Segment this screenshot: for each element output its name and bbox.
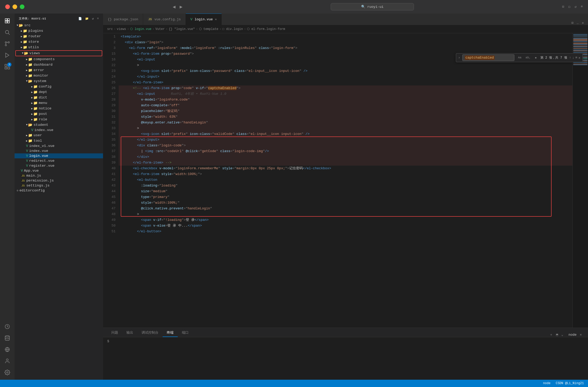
tree-item[interactable]: ▶ 📁 utils — [15, 45, 103, 50]
tree-item[interactable]: ▶ 📁 menu — [15, 100, 103, 106]
search-close-icon[interactable]: ✕ — [578, 56, 580, 60]
tab-close-icon[interactable]: ✕ — [215, 17, 217, 21]
nav-forward-icon[interactable]: ▶ — [180, 4, 183, 10]
tree-item[interactable]: JS permission.js — [15, 178, 103, 183]
breadcrumb-divlogin[interactable]: □ div.login — [222, 27, 243, 31]
close-button[interactable] — [5, 4, 10, 9]
tree-item[interactable]: ▶ 📁 config — [15, 84, 103, 89]
config-label: config — [39, 85, 52, 89]
panel-tab-output[interactable]: 输出 — [122, 329, 137, 337]
line-num-48: 48 — [103, 211, 116, 217]
search-expand-icon[interactable]: › — [458, 56, 460, 60]
sidebar-item-router[interactable]: ▶ 📁 router — [15, 34, 103, 39]
tree-item[interactable]: ▼ 📂 system — [15, 78, 103, 84]
search-prev-icon[interactable]: ↑ — [569, 56, 571, 60]
close-panel-icon[interactable]: ✕ — [582, 21, 584, 25]
regex-btn[interactable]: ✱ — [533, 55, 538, 60]
minimize-button[interactable] — [12, 4, 17, 9]
tree-item[interactable]: V App.vue — [15, 168, 103, 173]
tree-item[interactable]: ⚙ editorconfig — [15, 188, 103, 193]
search-activity-icon[interactable] — [2, 27, 12, 38]
tree-item[interactable]: ▶ 📁 post — [15, 111, 103, 117]
breadcrumb-login[interactable]: ⬡ login.vue — [130, 27, 151, 31]
account-icon[interactable] — [2, 356, 12, 366]
panel-tab-debug[interactable]: 调试控制台 — [137, 329, 163, 337]
tree-item[interactable]: ▼ 📂 src — [15, 23, 103, 28]
breadcrumb-vuter[interactable]: Vuter — [155, 27, 165, 31]
title-search[interactable]: 🔍 ruoyi-ui — [331, 3, 414, 10]
tab-vue-config[interactable]: JS vue.config.js — [143, 14, 186, 25]
tree-item[interactable]: JS settings.js — [15, 183, 103, 188]
extensions-icon[interactable]: 3 — [2, 61, 12, 72]
breadcrumb-template[interactable]: ⬡ template — [199, 27, 219, 31]
settings-icon[interactable] — [2, 367, 12, 378]
panel-close-icon[interactable]: ✕ — [580, 333, 582, 337]
code-editor[interactable]: 1 2 3 15 16 22 23 24 25 26 27 28 29 30 — [103, 33, 572, 328]
breadcrumb-sep-3: › — [152, 27, 154, 31]
tab-package-json[interactable]: {} package.json — [103, 14, 143, 25]
tool-label: tool — [34, 139, 42, 143]
panel-content[interactable]: $ — [103, 337, 588, 380]
tool-folder-icon: 📁 — [28, 139, 33, 143]
clock-icon[interactable] — [2, 321, 12, 332]
panel-more-icon[interactable]: ⌄ — [561, 333, 563, 337]
panel-tab-ports[interactable]: 端口 — [178, 329, 193, 337]
run-icon[interactable] — [2, 50, 12, 60]
layout-icon[interactable]: ◻ — [568, 5, 571, 9]
tree-item[interactable]: V index.vue — [15, 148, 103, 153]
more-tabs-icon[interactable]: … — [577, 21, 579, 25]
split-editor-icon[interactable]: ⊡ — [572, 21, 574, 25]
tree-item[interactable]: V register.vue — [15, 163, 103, 168]
search-next-icon[interactable]: ↓ — [572, 56, 574, 60]
panel-add-icon[interactable]: ＋ — [549, 332, 553, 337]
breadcrumb-form[interactable]: ⬡ el-form.login-form — [247, 27, 285, 31]
sidebar-item-user[interactable]: ▶ 📁 user — [15, 133, 103, 138]
sidebar-item-login-vue[interactable]: V login.vue — [15, 153, 103, 158]
panel-tab-terminal[interactable]: 终端 — [163, 329, 178, 337]
nav-back-icon[interactable]: ◀ — [173, 4, 176, 10]
tree-item[interactable]: ▶ 📁 role — [15, 117, 103, 122]
panel-tab-problems[interactable]: 问题 — [107, 329, 122, 337]
search-input[interactable]: captchaEnabled — [462, 54, 514, 61]
tree-item[interactable]: ▶ 📁 dashboard — [15, 62, 103, 67]
node-label: node — [568, 333, 577, 337]
maximize-button[interactable] — [20, 4, 24, 9]
source-control-icon[interactable] — [2, 39, 12, 49]
panel-split-icon[interactable]: ⬒ — [556, 333, 558, 337]
breadcrumb-loginvue-key[interactable]: {} "login.vue" — [169, 27, 195, 31]
tree-item[interactable]: ▶ 📁 dept — [15, 89, 103, 95]
tree-item[interactable]: ▶ 📁 tool — [15, 138, 103, 143]
tree-item[interactable]: V index_v1.vue — [15, 143, 103, 148]
tree-item[interactable]: V index.vue — [15, 128, 103, 133]
tree-item[interactable]: ▼ 📂 student — [15, 122, 103, 128]
breadcrumb-src[interactable]: src — [107, 27, 113, 31]
tree-item[interactable]: ▶ 📁 dict — [15, 95, 103, 100]
tree-item[interactable]: ▶ 📁 error — [15, 67, 103, 73]
tab-login-vue[interactable]: V login.vue ✕ — [186, 14, 222, 25]
explorer-icon[interactable] — [2, 16, 12, 26]
new-folder-icon[interactable]: 📁 — [85, 17, 89, 20]
panel-tabs: 问题 输出 调试控制台 终端 端口 ＋ ⬒ ⌄ node ✕ — [103, 328, 588, 337]
sidebar-item-views[interactable]: ▼ 📂 views — [16, 51, 102, 56]
tree-item[interactable]: ▶ 📁 notice — [15, 106, 103, 111]
tree-item[interactable]: V redirect.vue — [15, 158, 103, 163]
search-lines-icon[interactable]: ≡ — [575, 56, 577, 60]
utils-label: utils — [28, 45, 39, 49]
tree-item[interactable]: ▶ 📁 components — [15, 57, 103, 62]
case-sensitive-btn[interactable]: Aa — [516, 55, 523, 60]
tree-item[interactable]: ▶ 📁 store — [15, 39, 103, 45]
refresh-icon[interactable]: ↺ — [574, 5, 577, 9]
tree-item[interactable]: JS main.js — [15, 173, 103, 178]
more-icon[interactable]: ≡ — [581, 5, 583, 9]
tree-item[interactable]: ▶ 📁 plugins — [15, 28, 103, 34]
breadcrumb-views[interactable]: views — [117, 27, 126, 31]
remote-icon[interactable] — [2, 344, 12, 355]
collapse-all-icon[interactable]: ≡ — [97, 17, 99, 20]
split-icon[interactable]: ⊡ — [562, 5, 564, 9]
refresh-sidebar-icon[interactable]: ↺ — [92, 17, 94, 20]
line-num-51: 51 — [103, 229, 116, 234]
whole-word-btn[interactable]: ab, — [524, 55, 532, 60]
database-icon[interactable] — [2, 333, 12, 343]
tree-item[interactable]: ▶ 📁 monitor — [15, 73, 103, 78]
new-file-icon[interactable]: 📄 — [78, 17, 82, 20]
